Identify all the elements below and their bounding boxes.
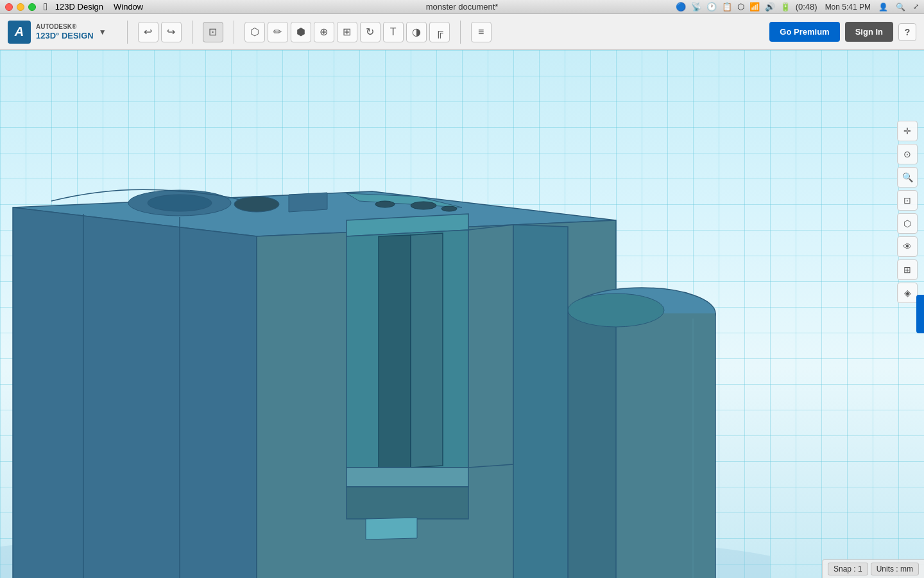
window-menu-item[interactable]: Window	[114, 2, 143, 12]
perspective-button[interactable]: ⬡	[897, 213, 918, 234]
status-bar: Snap : 1 Units : mm	[822, 559, 924, 578]
text-button[interactable]: T	[383, 22, 404, 42]
close-button[interactable]	[5, 3, 13, 11]
units-status[interactable]: Units : mm	[871, 563, 919, 575]
main-viewport: TOP LEFT FRONT ⊕ ✛ ⊙ 🔍 ⊡ ⬡ 👁 ⊞ ◈ Snap : …	[0, 50, 924, 578]
app-logo: A AUTODESK® 123D° DESIGN ▼	[8, 21, 107, 44]
separator-2	[192, 21, 193, 44]
svg-point-23	[411, 202, 436, 209]
volume-icon: 🔊	[765, 2, 775, 12]
app-menu-item[interactable]: 123D Design	[55, 2, 103, 12]
bluetooth2-icon: ⬡	[737, 2, 744, 12]
brand-name: AUTODESK®	[36, 22, 94, 31]
logo-text: AUTODESK® 123D° DESIGN	[36, 22, 94, 42]
expand-icon[interactable]: ⤢	[913, 3, 919, 11]
clipboard-icon: 📋	[722, 2, 732, 12]
pattern-button[interactable]: ⊞	[337, 22, 357, 42]
battery-time: (0:48)	[796, 2, 817, 12]
product-name: 123D° DESIGN	[36, 31, 94, 42]
right-panel-toggle[interactable]	[916, 295, 924, 333]
ruler-button[interactable]: ╔	[429, 22, 450, 42]
menu-bar: 123D Design Window	[55, 2, 143, 12]
tools-group: ⬡ ✏ ⬢ ⊕ ⊞ ↻ T ◑ ╔	[244, 22, 450, 42]
traffic-lights	[5, 3, 36, 11]
separator-1	[127, 21, 128, 44]
material-button[interactable]: ◈	[897, 283, 918, 303]
history-group: ↩ ↪	[138, 22, 182, 42]
pan-button[interactable]: ✛	[897, 121, 918, 141]
svg-point-5	[148, 195, 212, 211]
modify-button[interactable]: ↻	[360, 22, 381, 42]
measure-button[interactable]: ◑	[406, 22, 427, 42]
svg-marker-16	[346, 468, 468, 487]
apple-menu[interactable]: 	[44, 1, 47, 13]
snap-group: ⊡	[203, 22, 223, 42]
snap-status[interactable]: Snap : 1	[828, 563, 868, 575]
title-bar-right: 🔵 📡 🕐 📋 ⬡ 📶 🔊 🔋 (0:48) Mon 5:41 PM 👤 🔍 ⤢	[676, 2, 919, 12]
fit-button[interactable]: ⊡	[897, 190, 918, 211]
svg-marker-2	[13, 207, 257, 578]
logo-icon: A	[8, 21, 31, 44]
svg-point-24	[441, 206, 457, 211]
cast-icon: 📡	[691, 2, 701, 12]
undo-button[interactable]: ↩	[138, 22, 158, 42]
sketch-button[interactable]: ✏	[268, 22, 288, 42]
app-toolbar: A AUTODESK® 123D° DESIGN ▼ ↩ ↪ ⊡ ⬡ ✏ ⬢ ⊕…	[0, 14, 924, 50]
primitives-button[interactable]: ⬡	[244, 22, 265, 42]
right-toolbar: ✛ ⊙ 🔍 ⊡ ⬡ 👁 ⊞ ◈	[897, 121, 918, 303]
svg-point-7	[234, 197, 279, 212]
help-button[interactable]: ?	[898, 23, 916, 41]
battery-icon: 🔋	[780, 2, 791, 12]
system-icons: 🔵 📡 🕐 📋 ⬡ 📶 🔊 🔋 (0:48)	[676, 2, 817, 12]
title-bar:  123D Design Window monster document* 🔵…	[0, 0, 924, 14]
construct-button[interactable]: ⬢	[291, 22, 311, 42]
orbit-button[interactable]: ⊙	[897, 144, 918, 164]
svg-marker-6	[289, 193, 327, 212]
logo-dropdown-icon[interactable]: ▼	[99, 28, 107, 37]
search-icon: 🔍	[896, 3, 905, 12]
redo-button[interactable]: ↪	[161, 22, 182, 42]
window-title: monster document*	[426, 2, 499, 12]
viewport-background[interactable]	[0, 50, 924, 578]
svg-marker-15	[411, 233, 443, 468]
svg-marker-21	[513, 225, 568, 578]
svg-point-20	[568, 293, 664, 327]
svg-marker-18	[366, 518, 417, 539]
separator-3	[234, 21, 234, 44]
clock-icon: 🕐	[706, 2, 717, 12]
layers-button[interactable]: ≡	[471, 22, 492, 42]
bluetooth-icon: 🔵	[676, 2, 686, 12]
svg-marker-13	[468, 225, 513, 468]
separator-4	[460, 21, 461, 44]
transform-button[interactable]: ⊕	[314, 22, 334, 42]
svg-marker-17	[346, 487, 468, 519]
signin-button[interactable]: Sign In	[845, 22, 893, 42]
premium-button[interactable]: Go Premium	[769, 22, 839, 42]
zoom-button[interactable]: 🔍	[897, 167, 918, 188]
snap-button[interactable]: ⊡	[203, 22, 223, 42]
3d-model	[0, 108, 770, 578]
grid-button[interactable]: ⊞	[897, 259, 918, 280]
svg-point-22	[375, 201, 395, 207]
svg-marker-14	[379, 235, 411, 468]
wifi-icon: 📶	[749, 2, 760, 12]
clock: Mon 5:41 PM	[825, 3, 871, 12]
user-icon: 👤	[878, 3, 888, 12]
minimize-button[interactable]	[17, 3, 24, 11]
maximize-button[interactable]	[28, 3, 36, 11]
visibility-button[interactable]: 👁	[897, 236, 918, 257]
